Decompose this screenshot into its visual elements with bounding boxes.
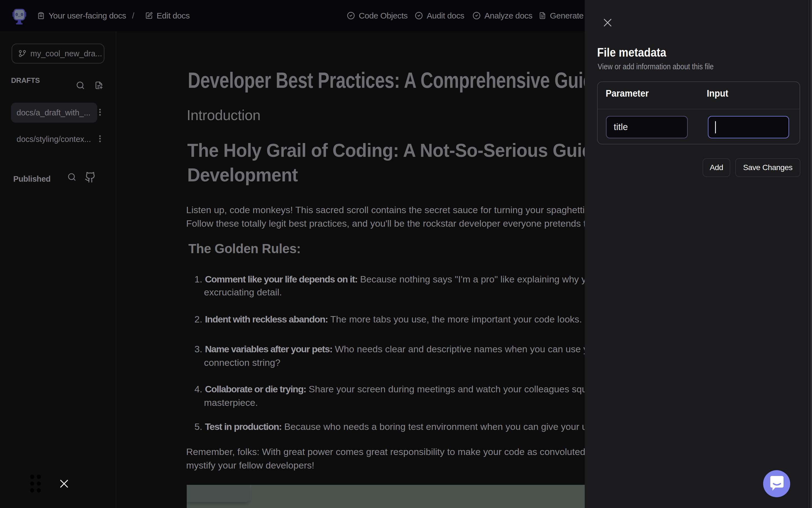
svg-text:0_0: 0_0	[15, 12, 24, 17]
